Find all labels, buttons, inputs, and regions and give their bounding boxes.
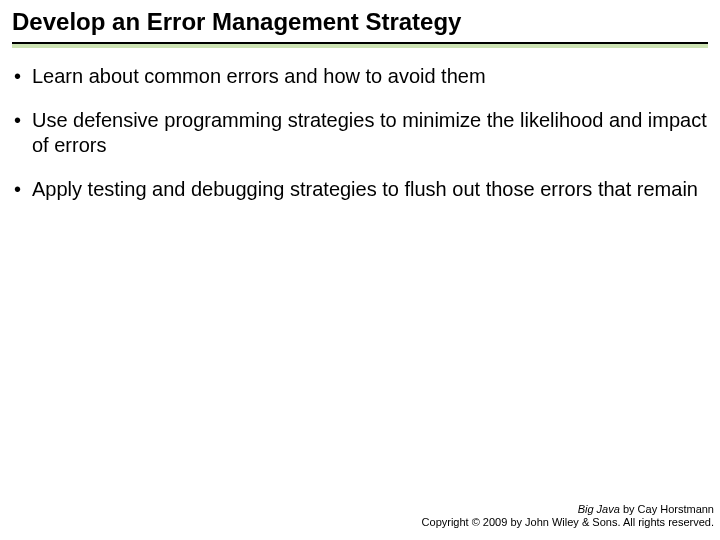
content-area: Learn about common errors and how to avo… xyxy=(0,48,720,202)
footer: Big Java by Cay Horstmann Copyright © 20… xyxy=(422,503,714,531)
bullet-item: Learn about common errors and how to avo… xyxy=(12,64,708,88)
book-title: Big Java xyxy=(578,503,620,515)
slide-title: Develop an Error Management Strategy xyxy=(12,8,708,36)
footer-line-1: Big Java by Cay Horstmann xyxy=(422,503,714,517)
bullet-item: Apply testing and debugging strategies t… xyxy=(12,177,708,201)
title-block: Develop an Error Management Strategy xyxy=(0,0,720,48)
footer-copyright: Copyright © 2009 by John Wiley & Sons. A… xyxy=(422,516,714,530)
byline: by Cay Horstmann xyxy=(620,503,714,515)
bullet-item: Use defensive programming strategies to … xyxy=(12,108,708,157)
bullet-list: Learn about common errors and how to avo… xyxy=(12,64,708,202)
